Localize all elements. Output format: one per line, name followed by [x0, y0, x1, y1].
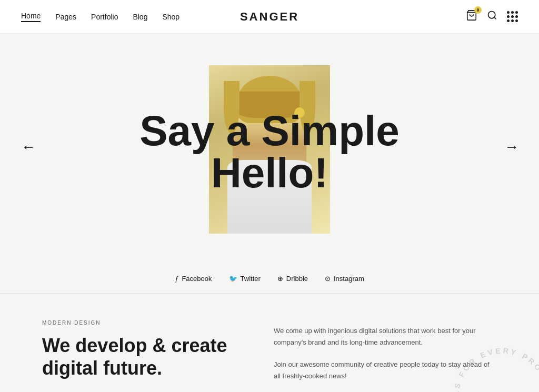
svg-text:AS FOR EVERY PROJECT. UNIQUE •: AS FOR EVERY PROJECT. UNIQUE •	[452, 347, 539, 392]
hero-prev-button[interactable]: ←	[21, 138, 35, 155]
twitter-icon: 🐦	[229, 275, 237, 283]
circular-watermark: AS FOR EVERY PROJECT. UNIQUE •	[444, 339, 539, 392]
facebook-icon: ƒ	[175, 275, 178, 283]
hero-image	[209, 65, 330, 234]
social-facebook[interactable]: ƒ Facebook	[175, 275, 212, 283]
cart-icon[interactable]: 0	[466, 9, 477, 24]
svg-point-1	[488, 12, 495, 18]
section-heading: We develop & create digital future.	[42, 334, 242, 379]
social-instagram[interactable]: ⊙ Instagram	[325, 275, 364, 283]
nav-link-portfolio[interactable]: Portfolio	[91, 13, 118, 21]
navbar: Home Pages Portfolio Blog Shop SANGER 0	[0, 0, 539, 34]
nav-link-blog[interactable]: Blog	[133, 13, 147, 21]
social-links-bar: ƒ Facebook 🐦 Twitter ⊕ Dribble ⊙ Instagr…	[0, 260, 539, 293]
lower-left-content: MODERN DESIGN We develop & create digita…	[42, 320, 242, 392]
hero-next-button[interactable]: →	[504, 138, 518, 155]
nav-link-pages[interactable]: Pages	[55, 13, 76, 21]
nav-link-home[interactable]: Home	[21, 12, 41, 22]
yellow-badge-decoration	[294, 107, 305, 118]
cart-badge: 0	[474, 6, 482, 14]
dribble-icon: ⊕	[277, 275, 283, 283]
search-icon[interactable]	[487, 10, 497, 23]
nav-links: Home Pages Portfolio Blog Shop	[21, 12, 179, 22]
section-label: MODERN DESIGN	[42, 320, 242, 326]
hero-section: Say a Simple Hello! ← →	[0, 34, 539, 260]
nav-actions: 0	[466, 9, 518, 24]
instagram-icon: ⊙	[325, 275, 331, 283]
grid-menu-icon[interactable]	[507, 11, 518, 22]
social-dribble[interactable]: ⊕ Dribble	[277, 275, 308, 283]
social-twitter[interactable]: 🐦 Twitter	[229, 275, 261, 283]
site-logo[interactable]: SANGER	[240, 10, 299, 24]
lower-section: MODERN DESIGN We develop & create digita…	[0, 294, 539, 392]
nav-link-shop[interactable]: Shop	[162, 13, 179, 21]
